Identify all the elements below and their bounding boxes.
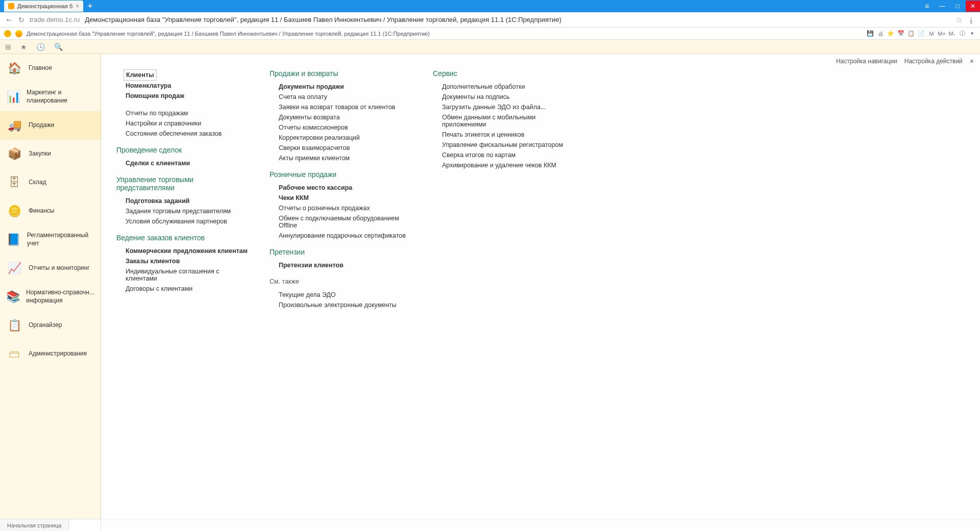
home-page-tab[interactable]: Начальная страница <box>0 519 69 531</box>
link-card-recon[interactable]: Сверка итогов по картам <box>433 150 576 160</box>
nav-settings-link[interactable]: Настройка навигации <box>836 58 897 65</box>
new-tab-button[interactable]: + <box>83 1 97 12</box>
calendar-icon[interactable]: 📅 <box>897 30 904 37</box>
history-icon[interactable]: 🕓 <box>36 43 45 51</box>
link-settlement-recon[interactable]: Сверки взаиморасчетов <box>270 143 412 153</box>
column-3: Сервис Дополнительные обработки Документ… <box>433 69 576 310</box>
link-return-docs[interactable]: Документы возврата <box>270 112 412 122</box>
page-title-text: Демонстрационная база "Управление торгов… <box>85 16 951 23</box>
sidebar-item-marketing[interactable]: 📊 Маркетинг и планирование <box>0 83 101 111</box>
link-partner-terms[interactable]: Условия обслуживания партнеров <box>116 216 249 226</box>
link-individual-agreements[interactable]: Индивидуальные соглашения с клиентами <box>116 266 249 284</box>
section-service: Сервис <box>433 69 576 78</box>
browser-tab[interactable]: Демонстрационная б × <box>4 1 83 12</box>
database-icon: 🗃 <box>6 346 22 362</box>
shelves-icon: 🗄 <box>6 174 22 191</box>
tab-close-icon[interactable]: × <box>76 3 79 10</box>
sidebar-item-finance[interactable]: 🪙 Финансы <box>0 197 101 225</box>
document-icon: 📘 <box>6 232 21 248</box>
link-client-claims[interactable]: Претензии клиентов <box>270 260 412 270</box>
dropdown-icon[interactable]: ▾ <box>969 30 976 37</box>
link-client-acceptance[interactable]: Акты приемки клиентом <box>270 153 412 163</box>
coins-icon: 🪙 <box>6 203 22 219</box>
section-trade-reps: Управление торговыми представителями <box>116 175 249 192</box>
link-order-provision[interactable]: Состояние обеспечения заказов <box>116 129 249 139</box>
url-text[interactable]: trade.demo.1c.ru <box>30 16 80 23</box>
link-realization-corrections[interactable]: Корректировки реализаций <box>270 133 412 143</box>
link-sales-assistant[interactable]: Помощник продаж <box>116 91 249 101</box>
clipboard-icon[interactable]: 📄 <box>918 30 925 37</box>
mem-m[interactable]: M <box>928 30 935 37</box>
bookmark-icon[interactable]: ☆ <box>956 16 963 24</box>
link-client-contracts[interactable]: Договоры с клиентами <box>116 284 249 294</box>
link-extra-processing[interactable]: Дополнительные обработки <box>433 82 576 92</box>
column-1: Клиенты Номенклатура Помощник продаж Отч… <box>116 69 249 310</box>
app-logo-world-icon <box>15 30 22 37</box>
link-print-labels[interactable]: Печать этикеток и ценников <box>433 130 576 140</box>
link-sales-reports[interactable]: Отчеты по продажам <box>116 108 249 118</box>
sidebar-item-sales[interactable]: 🚚 Продажи <box>0 111 101 140</box>
browser-titlebar: Демонстрационная б × + ≡ — □ ✕ <box>0 0 980 12</box>
link-client-deals[interactable]: Сделки с клиентами <box>116 158 249 168</box>
sidebar-item-main[interactable]: 🏠 Главное <box>0 54 101 83</box>
link-edo-current[interactable]: Текущие дела ЭДО <box>270 290 412 300</box>
close-panel-icon[interactable]: × <box>970 57 974 65</box>
link-sales-docs[interactable]: Документы продажи <box>270 82 412 92</box>
link-invoices[interactable]: Счета на оплату <box>270 92 412 102</box>
column-2: Продажи и возвраты Документы продажи Сче… <box>270 69 412 310</box>
search-icon[interactable]: 🔍 <box>54 43 63 51</box>
link-docs-to-sign[interactable]: Документы на подпись <box>433 92 576 102</box>
link-settings-refs[interactable]: Настройки и справочники <box>116 118 249 129</box>
sidebar-item-warehouse[interactable]: 🗄 Склад <box>0 168 101 197</box>
link-client-orders[interactable]: Заказы клиентов <box>116 256 249 266</box>
minimize-button[interactable]: — <box>935 1 949 12</box>
info-icon[interactable]: ⓘ <box>959 30 966 37</box>
link-nomenclature[interactable]: Номенклатура <box>116 81 249 91</box>
save-icon[interactable]: 💾 <box>867 30 874 37</box>
action-settings-link[interactable]: Настройка действий <box>904 58 963 65</box>
truck-icon: 🚚 <box>6 117 22 134</box>
sidebar: 🏠 Главное 📊 Маркетинг и планирование 🚚 П… <box>0 54 101 519</box>
star-icon[interactable]: ★ <box>20 43 27 51</box>
sidebar-item-reports[interactable]: 📈 Отчеты и мониторинг <box>0 254 101 283</box>
maximize-button[interactable]: □ <box>950 1 965 12</box>
mem-mplus[interactable]: M+ <box>938 30 945 37</box>
sidebar-item-reference[interactable]: 📚 Нормативно-справочн... информация <box>0 283 101 311</box>
link-cashier-workplace[interactable]: Рабочее место кассира <box>270 183 412 193</box>
favicon-icon <box>8 3 14 9</box>
mem-mminus[interactable]: M- <box>948 30 955 37</box>
link-commercial-offers[interactable]: Коммерческие предложения клиентам <box>116 246 249 256</box>
link-retail-reports[interactable]: Отчеты о розничных продажах <box>270 203 412 213</box>
tab-title: Демонстрационная б <box>17 3 72 9</box>
browser-menu-icon[interactable]: ≡ <box>920 1 934 12</box>
back-button[interactable]: ← <box>5 15 13 24</box>
sections-icon[interactable]: ⊞ <box>5 43 11 51</box>
link-gift-cert-cancel[interactable]: Аннулирование подарочных сертификатов <box>270 231 412 241</box>
window-close-button[interactable]: ✕ <box>966 1 980 12</box>
link-commissioner-reports[interactable]: Отчеты комиссионеров <box>270 122 412 133</box>
link-task-prep[interactable]: Подготовка заданий <box>116 196 249 206</box>
section-claims: Претензии <box>270 248 412 256</box>
link-arbitrary-edocs[interactable]: Произвольные электронные документы <box>270 300 412 310</box>
link-load-edo-file[interactable]: Загрузить данные ЭДО из файла... <box>433 102 576 112</box>
sidebar-item-purchases[interactable]: 📦 Закупки <box>0 140 101 168</box>
pie-chart-icon: 📊 <box>6 89 20 105</box>
print-icon[interactable]: 🖨 <box>877 30 884 37</box>
link-mobile-exchange[interactable]: Обмен данными с мобильными приложениями <box>433 112 576 130</box>
link-return-requests[interactable]: Заявки на возврат товаров от клиентов <box>270 102 412 112</box>
refresh-button[interactable]: ↻ <box>18 16 24 24</box>
section-retail: Розничные продажи <box>270 170 412 179</box>
link-kkm-receipts[interactable]: Чеки ККМ <box>270 193 412 203</box>
sidebar-item-regulated[interactable]: 📘 Регламентированный учет <box>0 225 101 254</box>
favorite-icon[interactable]: ⭐ <box>887 30 894 37</box>
link-fiscal-registrar[interactable]: Управление фискальным регистратором <box>433 140 576 150</box>
sidebar-item-admin[interactable]: 🗃 Администрирование <box>0 340 101 368</box>
link-rep-tasks[interactable]: Задания торговым представителям <box>116 206 249 216</box>
link-offline-equipment[interactable]: Обмен с подключаемым оборудованием Offli… <box>270 213 412 231</box>
link-archive-kkm[interactable]: Архивирование и удаление чеков ККМ <box>433 160 576 170</box>
app-header: Демонстрационная база "Управление торгов… <box>0 28 980 40</box>
calc-icon[interactable]: 📋 <box>908 30 915 37</box>
download-icon[interactable]: ⭳ <box>968 16 975 24</box>
link-clients[interactable]: Клиенты <box>124 69 157 81</box>
sidebar-item-organizer[interactable]: 📋 Органайзер <box>0 311 101 340</box>
